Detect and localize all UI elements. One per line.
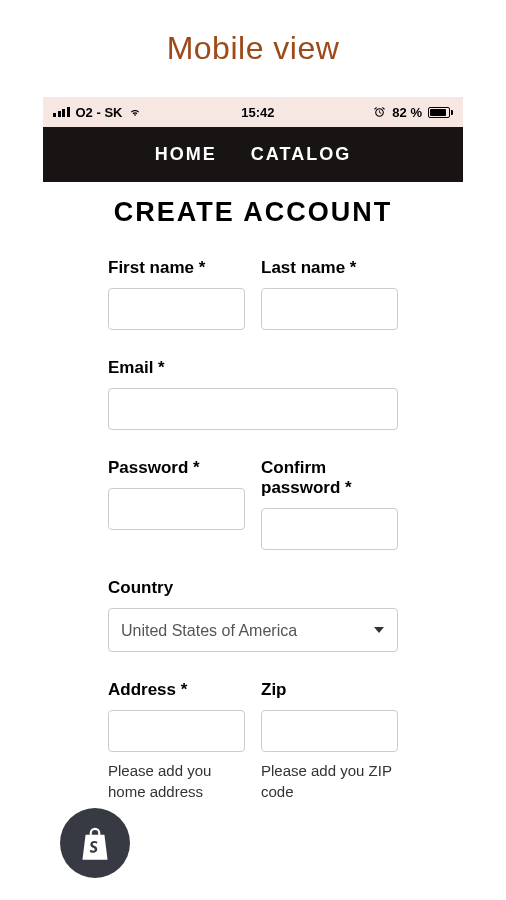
create-account-form: First name * Last name * Email * Passwor… bbox=[43, 258, 463, 802]
battery-percent: 82 % bbox=[392, 105, 422, 120]
mobile-device-frame: O2 - SK 15:42 82 % HOME CATALOG CREATE A… bbox=[43, 97, 463, 802]
status-left: O2 - SK bbox=[53, 105, 142, 120]
confirm-password-label: Confirm password * bbox=[261, 458, 398, 498]
form-title: CREATE ACCOUNT bbox=[43, 197, 463, 228]
country-label: Country bbox=[108, 578, 398, 598]
zip-label: Zip bbox=[261, 680, 398, 700]
status-time: 15:42 bbox=[241, 105, 274, 120]
nav-catalog[interactable]: CATALOG bbox=[251, 144, 351, 165]
nav-bar: HOME CATALOG bbox=[43, 127, 463, 182]
shopify-bag-icon bbox=[78, 824, 112, 862]
first-name-label: First name * bbox=[108, 258, 245, 278]
email-label: Email * bbox=[108, 358, 398, 378]
battery-icon bbox=[428, 107, 453, 118]
nav-home[interactable]: HOME bbox=[155, 144, 217, 165]
alarm-icon bbox=[373, 106, 386, 119]
last-name-label: Last name * bbox=[261, 258, 398, 278]
carrier-label: O2 - SK bbox=[76, 105, 123, 120]
last-name-input[interactable] bbox=[261, 288, 398, 330]
address-label: Address * bbox=[108, 680, 245, 700]
first-name-input[interactable] bbox=[108, 288, 245, 330]
country-select[interactable]: United States of America bbox=[108, 608, 398, 652]
zip-helper: Please add you ZIP code bbox=[261, 760, 398, 802]
status-right: 82 % bbox=[373, 105, 453, 120]
page-title: Mobile view bbox=[0, 30, 506, 67]
zip-input[interactable] bbox=[261, 710, 398, 752]
email-input[interactable] bbox=[108, 388, 398, 430]
shopify-badge[interactable] bbox=[60, 808, 130, 878]
wifi-icon bbox=[128, 105, 142, 119]
password-input[interactable] bbox=[108, 488, 245, 530]
confirm-password-input[interactable] bbox=[261, 508, 398, 550]
address-input[interactable] bbox=[108, 710, 245, 752]
address-helper: Please add you home address bbox=[108, 760, 245, 802]
password-label: Password * bbox=[108, 458, 245, 478]
status-bar: O2 - SK 15:42 82 % bbox=[43, 97, 463, 127]
signal-icon bbox=[53, 107, 70, 117]
